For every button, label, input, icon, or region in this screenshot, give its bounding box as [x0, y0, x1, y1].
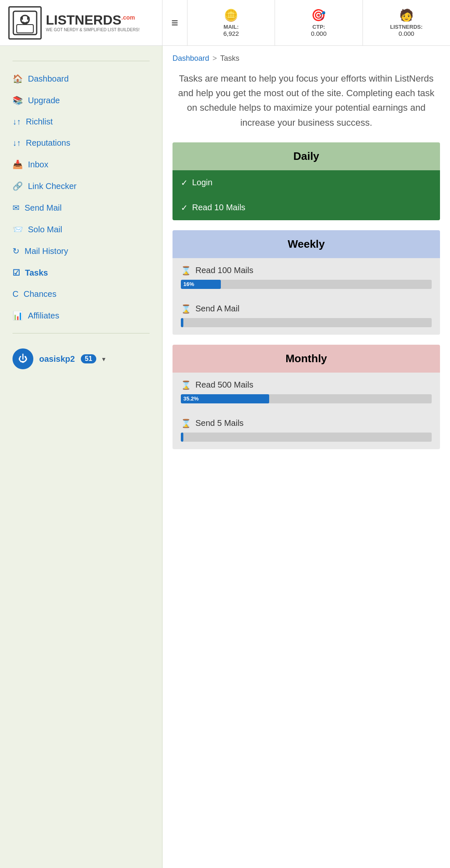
sidebar-link-richlist[interactable]: ↓↑ Richlist: [0, 111, 162, 132]
sidebar-item-chances[interactable]: C Chances: [0, 284, 162, 305]
sidebar-link-dashboard[interactable]: 🏠 Dashboard: [0, 68, 162, 90]
progress-container-send-a-mail: [181, 318, 432, 327]
sidebar-item-inbox[interactable]: 📥 Inbox: [0, 154, 162, 175]
nav-label-send-mail: Send Mail: [25, 203, 62, 213]
nav-label-chances: Chances: [23, 289, 56, 299]
nav-icon-mail-history: ↻: [12, 246, 20, 256]
nav-icon-chances: C: [12, 289, 18, 299]
listnerds-label: LISTNERDS:: [390, 24, 422, 30]
nav-icon-link-checker: 🔗: [12, 181, 23, 191]
task-icon-send-5-mails: ⌛: [181, 418, 191, 428]
sidebar-link-link-checker[interactable]: 🔗 Link Checker: [0, 175, 162, 197]
task-row-login: ✓ Login: [181, 178, 432, 188]
progress-bar-read-500-mails: 35.2%: [181, 394, 269, 403]
nav-label-affiliates: Affiliates: [28, 311, 59, 321]
logo-text-area: LISTNERDS.com WE GOT NERDY & SIMPLIFIED …: [46, 13, 140, 32]
logo-subtitle: WE GOT NERDY & SIMPLIFIED LIST BUILDERS!: [46, 27, 140, 32]
task-icon-read-10-mails: ✓: [181, 203, 188, 213]
logo-title: LISTNERDS.com: [46, 13, 140, 27]
section-header-daily: Daily: [172, 142, 440, 170]
sidebar-item-link-checker[interactable]: 🔗 Link Checker: [0, 175, 162, 197]
sidebar-link-inbox[interactable]: 📥 Inbox: [0, 154, 162, 175]
nav-icon-reputations: ↓↑: [12, 138, 21, 148]
sidebar-bottom-divider: [12, 333, 150, 333]
progress-container-read-100-mails: 16%: [181, 280, 432, 289]
nav-label-link-checker: Link Checker: [28, 182, 77, 191]
nav-label-dashboard: Dashboard: [28, 74, 69, 84]
task-row-send-5-mails: ⌛ Send 5 Mails: [181, 418, 432, 428]
task-row-read-500-mails: ⌛ Read 500 Mails: [181, 380, 432, 390]
mail-value: 6,922: [223, 30, 239, 37]
sidebar-link-upgrade[interactable]: 📚 Upgrade: [0, 90, 162, 111]
breadcrumb-current: Tasks: [220, 54, 240, 63]
avatar: ⏻: [12, 348, 33, 369]
listnerds-value: 0.000: [399, 30, 415, 37]
progress-container-read-500-mails: 35.2%: [181, 394, 432, 403]
progress-container-send-5-mails: [181, 433, 432, 442]
sidebar: 🏠 Dashboard 📚 Upgrade ↓↑ Richlist ↓↑ Rep…: [0, 46, 162, 868]
username: oasiskp2: [39, 354, 75, 364]
stats-area: 🪙 MAIL: 6,922 🎯 CTP: 0.000 🧑 LISTNERDS: …: [188, 0, 450, 45]
nav-label-solo-mail: Solo Mail: [28, 225, 62, 234]
task-section-monthly: Monthly ⌛ Read 500 Mails 35.2% ⌛ Send 5 …: [172, 345, 440, 449]
sidebar-item-tasks[interactable]: ☑ Tasks: [0, 262, 162, 284]
listnerds-icon: 🧑: [399, 8, 414, 22]
task-item-read-500-mails: ⌛ Read 500 Mails 35.2%: [172, 373, 440, 411]
stat-ctp: 🎯 CTP: 0.000: [275, 0, 362, 45]
logo-list: LIST: [46, 12, 75, 27]
task-icon-read-100-mails: ⌛: [181, 266, 191, 276]
task-icon-login: ✓: [181, 178, 188, 188]
sidebar-link-mail-history[interactable]: ↻ Mail History: [0, 240, 162, 262]
nav-icon-tasks: ☑: [12, 268, 20, 278]
sidebar-item-solo-mail[interactable]: 📨 Solo Mail: [0, 219, 162, 240]
sidebar-link-reputations[interactable]: ↓↑ Reputations: [0, 132, 162, 154]
nav-icon-send-mail: ✉: [12, 203, 20, 213]
nav-icon-upgrade: 📚: [12, 95, 23, 105]
sidebar-item-dashboard[interactable]: 🏠 Dashboard: [0, 68, 162, 90]
intro-text: Tasks are meant to help you focus your e…: [172, 71, 440, 130]
sidebar-item-affiliates[interactable]: 📊 Affiliates: [0, 305, 162, 326]
content-area: Dashboard > Tasks Tasks are meant to hel…: [162, 46, 450, 868]
stat-mail: 🪙 MAIL: 6,922: [188, 0, 275, 45]
sidebar-item-reputations[interactable]: ↓↑ Reputations: [0, 132, 162, 154]
sidebar-top-divider: [12, 61, 150, 61]
task-label-send-a-mail: Send A Mail: [195, 304, 240, 313]
ctp-label: CTP:: [312, 24, 325, 30]
task-label-read-10-mails: Read 10 Mails: [192, 203, 245, 212]
task-row-send-a-mail: ⌛ Send A Mail: [181, 304, 432, 314]
logo-nerds: NERDS: [75, 12, 121, 27]
sidebar-link-affiliates[interactable]: 📊 Affiliates: [0, 305, 162, 326]
sidebar-link-chances[interactable]: C Chances: [0, 284, 162, 305]
task-label-send-5-mails: Send 5 Mails: [195, 418, 244, 428]
user-dropdown-icon[interactable]: ▾: [102, 355, 105, 363]
logo-icon: [8, 6, 42, 40]
sidebar-link-solo-mail[interactable]: 📨 Solo Mail: [0, 219, 162, 240]
task-row-read-100-mails: ⌛ Read 100 Mails: [181, 266, 432, 276]
task-item-login: ✓ Login: [172, 170, 440, 195]
sidebar-item-send-mail[interactable]: ✉ Send Mail: [0, 197, 162, 219]
nav-label-reputations: Reputations: [26, 138, 70, 148]
nav-label-tasks: Tasks: [25, 268, 48, 278]
task-icon-send-a-mail: ⌛: [181, 304, 191, 314]
section-header-weekly: Weekly: [172, 230, 440, 258]
nav-label-mail-history: Mail History: [25, 246, 68, 256]
sidebar-item-upgrade[interactable]: 📚 Upgrade: [0, 90, 162, 111]
breadcrumb-separator: >: [212, 54, 217, 63]
progress-bar-send-5-mails: [181, 433, 183, 442]
nav-label-upgrade: Upgrade: [28, 96, 60, 105]
sidebar-link-tasks[interactable]: ☑ Tasks: [0, 262, 162, 284]
task-item-send-5-mails: ⌛ Send 5 Mails: [172, 411, 440, 449]
sidebar-link-send-mail[interactable]: ✉ Send Mail: [0, 197, 162, 219]
nav-icon-solo-mail: 📨: [12, 224, 23, 234]
nav-icon-affiliates: 📊: [12, 311, 23, 321]
menu-button[interactable]: ≡: [162, 0, 188, 45]
ctp-value: 0.000: [311, 30, 327, 37]
sidebar-item-mail-history[interactable]: ↻ Mail History: [0, 240, 162, 262]
breadcrumb-parent[interactable]: Dashboard: [172, 54, 209, 63]
sidebar-nav: 🏠 Dashboard 📚 Upgrade ↓↑ Richlist ↓↑ Rep…: [0, 68, 162, 326]
task-item-read-10-mails: ✓ Read 10 Mails: [172, 195, 440, 220]
nav-label-richlist: Richlist: [26, 117, 52, 127]
main-layout: 🏠 Dashboard 📚 Upgrade ↓↑ Richlist ↓↑ Rep…: [0, 46, 450, 868]
sidebar-item-richlist[interactable]: ↓↑ Richlist: [0, 111, 162, 132]
section-header-monthly: Monthly: [172, 345, 440, 373]
